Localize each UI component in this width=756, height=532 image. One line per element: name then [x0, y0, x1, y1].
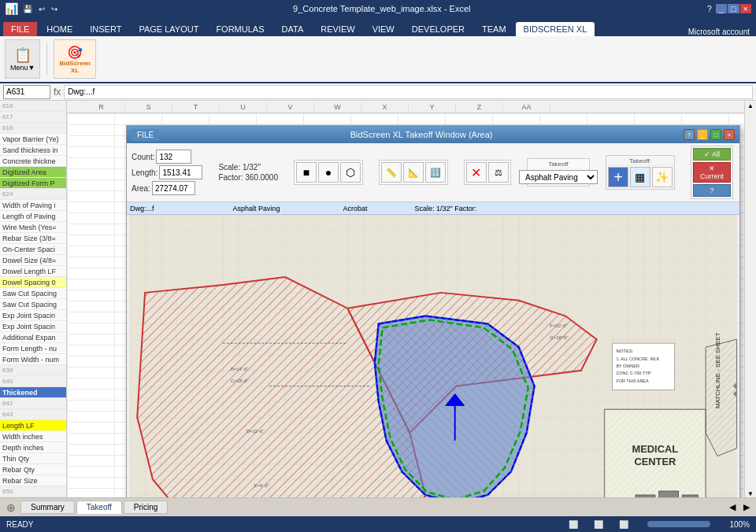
formula-icon: fx	[54, 87, 61, 98]
svg-text:G=18'-5": G=18'-5"	[550, 335, 568, 340]
count-input[interactable]	[156, 150, 191, 164]
view-layout-btn[interactable]: ⬜	[594, 520, 603, 529]
svg-text:F=22'-0": F=22'-0"	[550, 323, 567, 328]
svg-rect-26	[636, 495, 655, 497]
new-sheet-btn[interactable]: ⊕	[3, 501, 19, 514]
zoom-slider[interactable]	[647, 521, 710, 527]
measure-btn3[interactable]: 🔢	[425, 162, 446, 183]
takeoff-all-btn[interactable]: ✓ All	[693, 148, 731, 161]
tab-formulas[interactable]: FORMULAS	[208, 22, 272, 36]
count-label: Count:	[132, 153, 154, 161]
takeoff-add-btn[interactable]: +	[608, 167, 628, 187]
svg-text:C=18'-0": C=18'-0"	[231, 379, 249, 383]
svg-text:E=6'-3": E=6'-3"	[254, 483, 269, 488]
scale-x-btn[interactable]: ✕	[466, 162, 487, 183]
sheet-nav-left[interactable]: ◀	[726, 502, 739, 512]
takeoff-current-btn[interactable]: ✕ Current	[693, 162, 731, 183]
svg-text:MATCHLINE - SEE SHEET: MATCHLINE - SEE SHEET	[714, 332, 721, 408]
bs-help-btn[interactable]: ?	[684, 129, 695, 140]
svg-text:CONC C-700 TYP: CONC C-700 TYP	[616, 371, 651, 375]
tab-insert[interactable]: INSERT	[82, 22, 129, 36]
takeoff-help-btn[interactable]: ?	[693, 184, 731, 197]
manage-label: Menu▼	[10, 64, 35, 72]
takeoff-label: Takeoff	[529, 161, 587, 168]
bs-maximize-btn[interactable]: □	[710, 129, 721, 140]
svg-text:B=14'-6": B=14'-6"	[231, 367, 249, 371]
view-page-btn[interactable]: ⬜	[619, 520, 628, 529]
tab-review[interactable]: REVIEW	[313, 22, 362, 36]
bidscreen-xl-btn[interactable]: 🎯 BidScreen XL	[54, 39, 96, 79]
takeoff-filter: ✓ All ✕ Current ?	[691, 146, 733, 199]
svg-rect-28	[682, 495, 698, 497]
tab-pricing[interactable]: Pricing	[124, 501, 169, 514]
scale-set-btn[interactable]: ⚖	[488, 162, 509, 183]
material-dropdown[interactable]: Asphalt Paving	[519, 170, 598, 184]
ready-status: READY	[6, 520, 33, 529]
account-label: Microsoft account	[682, 28, 756, 36]
scale-info: Scale: 1/32"	[218, 163, 278, 172]
measure-btn2[interactable]: 📐	[403, 162, 424, 183]
tab-developer[interactable]: DEVELOPER	[404, 22, 472, 36]
bs-drawing-area[interactable]: MEDICAL CENTER SIDE SHEET C-501 MAT	[127, 215, 739, 497]
column-headers: R S T U V W X Y Z AA	[67, 101, 744, 113]
svg-text:1. ALL CONCRE. WLK: 1. ALL CONCRE. WLK	[616, 357, 659, 361]
svg-rect-27	[659, 491, 679, 497]
area-input[interactable]	[152, 181, 195, 195]
bs-col-info: Dwg:...f Asphalt Paving Acrobat Scale: 1…	[127, 202, 739, 215]
measure-btn1[interactable]: 📏	[381, 162, 402, 183]
tab-data[interactable]: DATA	[274, 22, 312, 36]
bs-close-btn[interactable]: ×	[724, 129, 735, 140]
bs-minimize-btn[interactable]: _	[697, 129, 708, 140]
area-label: Area:	[132, 184, 150, 193]
tab-takeoff[interactable]: Takeoff	[76, 501, 122, 514]
square-icon-btn[interactable]: ■	[296, 162, 317, 183]
excel-status-bar: READY ⬜ ⬜ ⬜ 100%	[0, 516, 756, 532]
tab-file[interactable]: FILE	[3, 22, 37, 36]
length-input[interactable]	[159, 165, 202, 179]
circle-icon-btn[interactable]: ●	[318, 162, 339, 183]
scale-tools: ✕ ⚖	[464, 160, 511, 185]
right-scroll-panel[interactable]: ▲ ▼	[744, 101, 756, 497]
svg-text:NOTES:: NOTES:	[616, 349, 633, 353]
polygon-icon-btn[interactable]: ⬡	[340, 162, 361, 183]
formula-bar[interactable]: Dwg:...f	[64, 85, 753, 99]
tab-page-layout[interactable]: PAGE LAYOUT	[131, 22, 206, 36]
tab-summary[interactable]: Summary	[20, 501, 75, 514]
svg-text:MEDICAL: MEDICAL	[632, 443, 679, 455]
material-info: Asphalt Paving	[233, 205, 280, 212]
takeoff-magic-btn[interactable]: ✨	[652, 167, 673, 187]
acrobat-info: Acrobat	[343, 205, 368, 212]
shape-tools: ■ ● ⬡	[294, 160, 363, 185]
title-bar: 📊 💾 ↩ ↪ 9_Concrete Template_web_image.xl…	[0, 0, 756, 17]
quick-access-redo[interactable]: ↪	[49, 5, 60, 13]
takeoff-actions: Takeoff: + ▦ ✨	[606, 155, 675, 190]
tab-bidscreen[interactable]: BIDSCREEN XL	[516, 22, 595, 36]
svg-text:CENTER: CENTER	[634, 456, 676, 467]
quick-access-save[interactable]: 💾	[20, 5, 35, 13]
quick-access-undo[interactable]: ↩	[36, 5, 47, 13]
name-box[interactable]: A631	[3, 85, 50, 99]
ribbon-tabs: FILE HOME INSERT PAGE LAYOUT FORMULAS DA…	[0, 17, 756, 36]
blueprint-svg: MEDICAL CENTER SIDE SHEET C-501 MAT	[127, 215, 739, 497]
takeoff-section-label: Takeoff:	[608, 157, 673, 165]
bidscreen-window: FILE BidScreen XL Takeoff Window (Area) …	[126, 125, 740, 497]
app-icon: 📊	[5, 2, 20, 15]
minimize-button[interactable]: _	[716, 4, 727, 13]
scroll-up-btn[interactable]: ▲	[747, 102, 754, 109]
tab-team[interactable]: TEAM	[474, 22, 514, 36]
help-button[interactable]: ?	[704, 4, 715, 13]
maximize-button[interactable]: □	[728, 4, 739, 13]
tab-view[interactable]: VIEW	[365, 22, 402, 36]
bs-file-menu[interactable]: FILE	[132, 129, 159, 141]
takeoff-area-btn[interactable]: ▦	[630, 167, 650, 187]
close-button[interactable]: ×	[740, 4, 751, 13]
scale-factor-info: Scale: 1/32" Factor:	[415, 205, 477, 212]
bs-toolbar: Count: Length: Area:	[127, 143, 739, 202]
bs-titlebar: FILE BidScreen XL Takeoff Window (Area) …	[127, 126, 739, 143]
sheet-nav-right[interactable]: ▶	[740, 502, 753, 512]
scroll-down-btn[interactable]: ▼	[747, 490, 754, 497]
tab-home[interactable]: HOME	[39, 22, 80, 36]
bidscreen-menu-btn[interactable]: 📋 Menu▼	[5, 39, 40, 79]
length-label: Length:	[132, 168, 158, 177]
view-normal-btn[interactable]: ⬜	[569, 520, 578, 529]
